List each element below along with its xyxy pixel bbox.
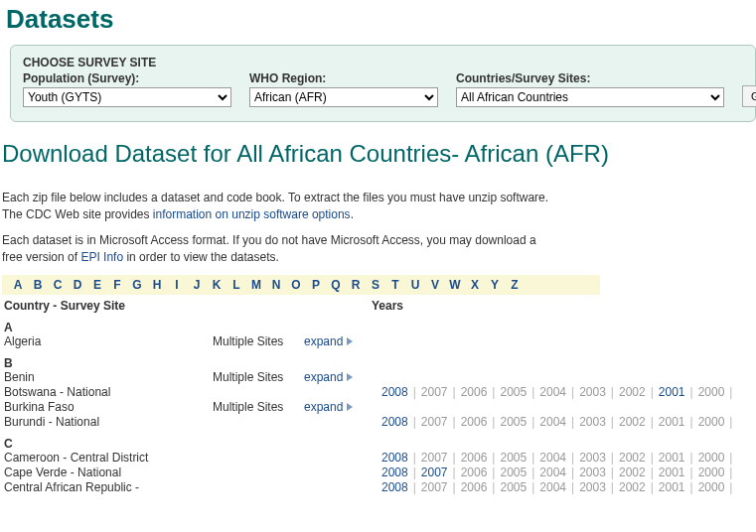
- year-link[interactable]: 2008: [381, 451, 408, 465]
- year-link[interactable]: 2007: [421, 466, 448, 479]
- unzip-options-link[interactable]: information on unzip software options: [153, 207, 351, 221]
- alpha-link-l[interactable]: L: [227, 278, 246, 292]
- alpha-link-w[interactable]: W: [445, 278, 465, 292]
- alpha-link-c[interactable]: C: [48, 278, 68, 292]
- alpha-link-g[interactable]: G: [127, 278, 147, 292]
- alpha-link-n[interactable]: N: [266, 278, 286, 292]
- alpha-link-y[interactable]: Y: [485, 278, 505, 292]
- year-link: 2002: [619, 385, 646, 399]
- page-title: Datasets: [6, 4, 756, 35]
- separator: |: [408, 480, 421, 494]
- year-link: 2006: [461, 415, 488, 429]
- year-link: 2005: [500, 466, 527, 479]
- country-name: Burkina Faso: [4, 400, 213, 414]
- separator: |: [606, 385, 619, 399]
- separator: |: [685, 480, 698, 494]
- separator: |: [646, 415, 659, 429]
- year-link: 2004: [539, 466, 566, 479]
- population-label: Population (Survey):: [23, 71, 231, 85]
- expand-link[interactable]: expand: [304, 334, 343, 348]
- alpha-link-e[interactable]: E: [87, 278, 107, 292]
- year-link: 2006: [461, 451, 488, 465]
- population-select[interactable]: Youth (GYTS): [23, 87, 231, 107]
- alpha-link-z[interactable]: Z: [505, 278, 525, 292]
- year-link: 2007: [421, 415, 448, 429]
- epi-info-link[interactable]: EPI Info: [80, 250, 123, 264]
- expand-link[interactable]: expand: [304, 400, 343, 414]
- year-link: 2003: [579, 415, 606, 429]
- filter-region: WHO Region: African (AFR): [249, 71, 438, 107]
- country-row: Burundi - National2008|2007|2006|2005|20…: [4, 415, 756, 429]
- expand-arrow-icon[interactable]: [347, 337, 353, 345]
- multiple-sites-label: Multiple Sites: [213, 400, 304, 414]
- year-link[interactable]: 2008: [381, 415, 408, 429]
- year-link: 2002: [619, 451, 646, 465]
- alpha-link-t[interactable]: T: [385, 278, 405, 292]
- separator: |: [487, 415, 500, 429]
- alpha-link-b[interactable]: B: [28, 278, 48, 292]
- year-link[interactable]: 2001: [659, 385, 685, 399]
- expand-arrow-icon[interactable]: [347, 373, 353, 381]
- separator: |: [724, 451, 737, 465]
- alpha-link-v[interactable]: V: [425, 278, 445, 292]
- alpha-link-p[interactable]: P: [306, 278, 326, 292]
- separator: |: [408, 466, 421, 479]
- separator: |: [408, 385, 421, 399]
- filter-country: Countries/Survey Sites: All African Coun…: [456, 71, 724, 107]
- year-link: 2000: [698, 466, 725, 479]
- year-link: 2004: [539, 415, 566, 429]
- separator: |: [448, 415, 461, 429]
- year-link: 2003: [579, 385, 606, 399]
- year-link: 2006: [461, 385, 488, 399]
- expand-link[interactable]: expand: [304, 370, 343, 384]
- year-link: 2004: [539, 480, 566, 494]
- year-link[interactable]: 2008: [381, 480, 408, 494]
- year-link: 2003: [579, 480, 606, 494]
- separator: |: [724, 466, 737, 479]
- alpha-link-s[interactable]: S: [366, 278, 385, 292]
- alpha-link-j[interactable]: J: [187, 278, 207, 292]
- separator: |: [606, 466, 619, 479]
- separator: |: [566, 385, 579, 399]
- country-name: Burundi - National: [4, 415, 213, 429]
- alpha-link-o[interactable]: O: [286, 278, 306, 292]
- alpha-link-q[interactable]: Q: [326, 278, 346, 292]
- alpha-link-u[interactable]: U: [405, 278, 425, 292]
- alphabet-index: ABCDEFGHIJKLMNOPQRSTUVWXYZ: [2, 275, 600, 295]
- alpha-link-x[interactable]: X: [465, 278, 485, 292]
- year-link: 2005: [500, 385, 527, 399]
- year-link: 2002: [619, 466, 646, 479]
- alpha-link-h[interactable]: H: [147, 278, 167, 292]
- separator: |: [685, 466, 698, 479]
- alpha-link-k[interactable]: K: [207, 278, 227, 292]
- year-link: 2003: [579, 466, 606, 479]
- alpha-link-m[interactable]: M: [246, 278, 266, 292]
- alpha-link-i[interactable]: I: [167, 278, 187, 292]
- year-list: 2008|2007|2006|2005|2004|2003|2002|2001|…: [381, 480, 737, 494]
- separator: |: [646, 385, 659, 399]
- year-link: 2002: [619, 415, 646, 429]
- year-link[interactable]: 2008: [381, 385, 408, 399]
- region-select[interactable]: African (AFR): [249, 87, 438, 107]
- year-link[interactable]: 2008: [381, 466, 408, 479]
- country-row: AlgeriaMultiple Sitesexpand: [4, 334, 756, 348]
- year-link: 2000: [698, 385, 725, 399]
- country-row: BeninMultiple Sitesexpand: [4, 370, 756, 384]
- country-row: Burkina FasoMultiple Sitesexpand: [4, 400, 756, 414]
- separator: |: [606, 480, 619, 494]
- section-title: Download Dataset for All African Countri…: [2, 140, 756, 168]
- separator: |: [408, 415, 421, 429]
- alpha-link-a[interactable]: A: [8, 278, 28, 292]
- filter-title: CHOOSE SURVEY SITE: [23, 56, 743, 69]
- alpha-link-f[interactable]: F: [107, 278, 127, 292]
- go-button[interactable]: GO: [742, 85, 756, 107]
- alpha-link-r[interactable]: R: [346, 278, 366, 292]
- expand-arrow-icon[interactable]: [347, 403, 353, 411]
- country-select[interactable]: All African Countries: [456, 87, 724, 107]
- alpha-link-d[interactable]: D: [68, 278, 87, 292]
- separator: |: [646, 466, 659, 479]
- country-row: Cameroon - Central District2008|2007|200…: [4, 451, 756, 465]
- country-listing: AAlgeriaMultiple SitesexpandBBeninMultip…: [0, 321, 756, 494]
- country-header: Country - Survey Site: [4, 299, 213, 313]
- separator: |: [566, 451, 579, 465]
